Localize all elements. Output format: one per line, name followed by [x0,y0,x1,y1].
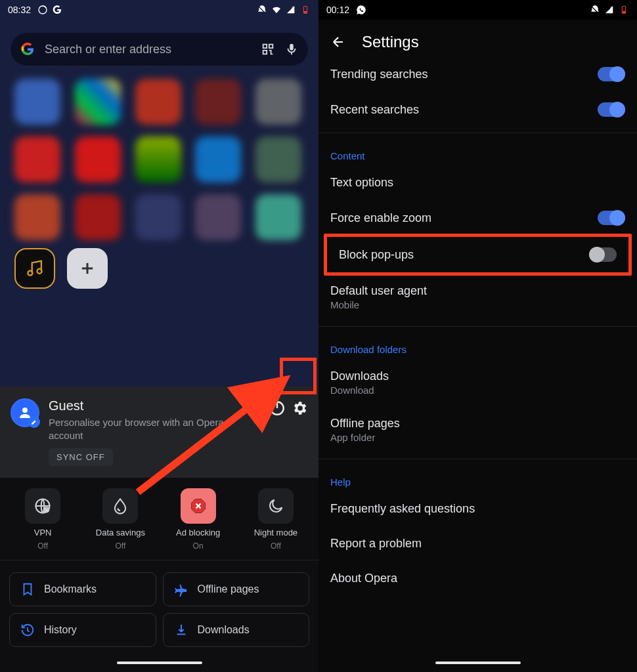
speed-dial-tile[interactable] [75,194,121,240]
setting-text-options[interactable]: Text options [318,165,637,200]
setting-trending-searches[interactable]: Trending searches [318,67,637,92]
svg-rect-7 [263,51,267,54]
toggle-switch[interactable] [598,211,625,225]
settings-header: Settings [318,20,637,67]
speed-dial-tile[interactable] [135,194,181,240]
avatar[interactable] [11,398,39,427]
svg-point-8 [28,271,32,276]
speed-dial-tile[interactable] [75,79,121,125]
quick-data-savings[interactable]: Data savings Off [81,488,159,551]
setting-recent-searches[interactable]: Recent searches [318,92,637,127]
offline-pages-button[interactable]: Offline pages [163,572,310,606]
quick-sub: On [193,541,204,551]
firefox-icon [37,5,48,15]
setting-report-problem[interactable]: Report a problem [318,526,637,561]
setting-faq[interactable]: Frequently asked questions [318,492,637,526]
svg-rect-22 [623,11,625,13]
search-bar[interactable]: Search or enter address [11,33,308,66]
nav-pill[interactable] [117,662,202,664]
quick-ad-blocking[interactable]: Ad blocking On [160,488,237,551]
battery-low-icon [300,5,311,15]
toggle-switch[interactable] [598,102,625,117]
mic-icon[interactable] [284,42,299,56]
account-card: Guest Personalise your browser with an O… [0,387,318,478]
speed-dial-grid [0,79,318,125]
search-placeholder: Search or enter address [45,43,252,56]
music-tile[interactable] [14,248,55,289]
downloads-label: Downloads [198,624,250,636]
setting-force-zoom[interactable]: Force enable zoom [318,200,637,236]
speed-dial-tile[interactable] [255,136,301,182]
nav-bar [318,654,637,672]
quick-label: Ad blocking [176,528,220,537]
speed-dial-tile[interactable] [195,194,241,240]
speed-dial-tile[interactable] [135,79,181,125]
speed-dial-tile[interactable] [255,79,301,125]
wifi-icon [271,5,282,15]
back-icon[interactable] [330,34,346,50]
setting-block-popups[interactable]: Block pop-ups [327,237,628,272]
signal-icon: x [604,5,615,15]
bottom-sheet: Guest Personalise your browser with an O… [0,387,318,672]
opera-home-screen: 08:32 x Search or enter address [0,0,318,672]
status-bar: 08:32 x [0,0,318,20]
status-time: 08:32 [8,5,31,15]
section-header-content: Content [318,138,637,165]
setting-downloads-folder[interactable]: Downloads Download [318,359,637,406]
speed-dial-tile[interactable] [135,136,181,182]
speed-dial-tile[interactable] [14,194,60,240]
speed-dial-tile[interactable] [75,136,121,182]
signal-icon: x [286,5,296,15]
speed-dial-grid [0,136,318,182]
quick-sub: Off [271,541,281,551]
dnd-icon [257,5,267,15]
add-speed-dial-button[interactable] [67,248,108,289]
toggle-switch[interactable] [598,67,625,81]
bookmarks-label: Bookmarks [44,583,97,595]
battery-low-icon [619,5,629,15]
plane-icon [174,582,188,597]
speed-dial-tile[interactable] [255,194,301,240]
downloads-button[interactable]: Downloads [163,613,310,647]
bookmarks-button[interactable]: Bookmarks [9,572,156,606]
svg-text:x: x [610,5,612,9]
status-bar: 00:12 x [318,0,637,20]
section-header-help: Help [318,465,637,492]
history-icon [20,623,35,637]
page-title: Settings [362,33,419,51]
download-icon [174,623,188,637]
speed-dial-tile[interactable] [14,79,60,125]
google-g-icon [52,5,62,15]
speed-dial-tile[interactable] [195,136,241,182]
svg-rect-6 [269,45,273,49]
bookmark-icon [20,582,35,597]
quick-label: Data savings [96,528,145,537]
qr-scan-icon[interactable] [261,42,275,56]
quick-vpn[interactable]: VPN Off [4,488,81,551]
history-label: History [44,624,77,636]
history-button[interactable]: History [9,613,156,647]
power-icon[interactable] [269,400,286,417]
sync-status-badge[interactable]: SYNC OFF [49,448,113,466]
edit-avatar-icon[interactable] [28,416,40,428]
settings-gear-icon[interactable] [291,400,308,417]
account-subtitle: Personalise your browser with an Opera a… [49,416,259,442]
google-logo-icon [20,41,35,57]
svg-point-9 [37,269,42,274]
setting-default-user-agent[interactable]: Default user agent Mobile [318,274,637,321]
status-time: 00:12 [326,5,349,15]
toggle-switch[interactable] [589,247,617,262]
quick-sub: Off [115,541,125,551]
setting-offline-pages-folder[interactable]: Offline pages App folder [318,406,637,453]
nav-pill[interactable] [435,662,521,664]
speed-dial-tile[interactable] [195,79,241,125]
quick-label: Night mode [254,528,297,537]
svg-rect-17 [45,509,48,511]
account-title: Guest [49,398,259,413]
quick-toggles-row: VPN Off Data savings Off Ad blocking On … [0,478,318,555]
speed-dial-grid [0,194,318,240]
whatsapp-icon [356,5,366,15]
setting-about-opera[interactable]: About Opera [318,561,637,596]
speed-dial-tile[interactable] [14,136,60,182]
quick-night-mode[interactable]: Night mode Off [237,488,315,551]
